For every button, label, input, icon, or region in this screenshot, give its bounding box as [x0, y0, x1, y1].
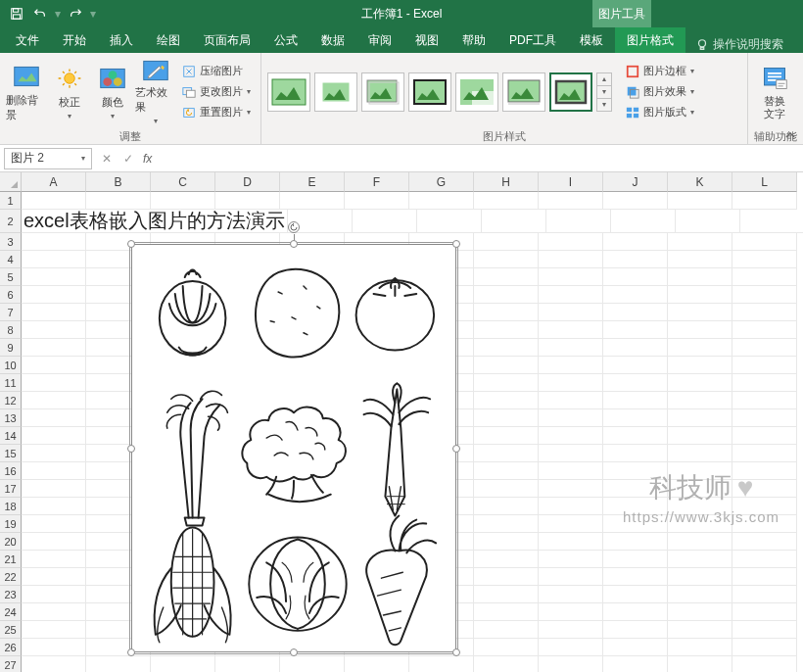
compress-picture-button[interactable]: 压缩图片 [178, 62, 255, 81]
cell[interactable] [22, 321, 86, 339]
cell[interactable] [539, 409, 603, 427]
cell[interactable] [539, 321, 603, 339]
cell[interactable] [603, 603, 668, 621]
cell[interactable] [539, 603, 603, 621]
cell[interactable] [22, 586, 86, 603]
cell[interactable] [668, 603, 732, 621]
cell[interactable] [732, 586, 797, 603]
cancel-formula-icon[interactable]: ✕ [96, 148, 118, 169]
cell[interactable] [668, 251, 732, 268]
cell[interactable] [732, 551, 797, 568]
cell[interactable] [482, 210, 546, 233]
cell[interactable] [22, 286, 86, 304]
row-header[interactable]: 2 [0, 210, 22, 233]
cell[interactable] [603, 304, 668, 321]
cell[interactable] [668, 498, 732, 515]
tab-review[interactable]: 审阅 [356, 27, 403, 53]
cell[interactable] [474, 656, 539, 672]
cell[interactable] [668, 357, 732, 374]
cell[interactable] [603, 427, 668, 445]
cell[interactable] [539, 286, 603, 304]
cell[interactable] [603, 639, 668, 656]
cell[interactable] [668, 409, 732, 427]
cell[interactable] [22, 233, 86, 251]
row-header[interactable]: 6 [0, 286, 22, 304]
row-header[interactable]: 23 [0, 586, 22, 603]
cell[interactable] [539, 268, 603, 286]
cell[interactable] [474, 251, 539, 268]
cell[interactable] [22, 498, 86, 515]
cell[interactable] [474, 515, 539, 533]
column-header[interactable]: F [345, 172, 409, 192]
cell[interactable] [22, 480, 86, 498]
row-header[interactable]: 12 [0, 392, 22, 409]
cell[interactable] [603, 286, 668, 304]
column-header[interactable]: J [603, 172, 668, 192]
collapse-ribbon-icon[interactable] [781, 128, 799, 142]
tab-page-layout[interactable]: 页面布局 [192, 27, 262, 53]
cell[interactable] [603, 445, 668, 462]
tab-view[interactable]: 视图 [403, 27, 450, 53]
cell[interactable] [668, 639, 732, 656]
cell[interactable] [603, 392, 668, 409]
cell[interactable] [474, 551, 539, 568]
cell[interactable] [603, 656, 668, 672]
cell[interactable] [474, 603, 539, 621]
column-header[interactable]: I [539, 172, 603, 192]
row-header[interactable]: 18 [0, 498, 22, 515]
cell[interactable] [740, 210, 803, 233]
cell[interactable] [474, 304, 539, 321]
cell[interactable] [474, 409, 539, 427]
column-header[interactable]: G [409, 172, 474, 192]
resize-handle-br[interactable] [452, 648, 460, 656]
row-header[interactable]: 20 [0, 533, 22, 551]
cell[interactable] [603, 533, 668, 551]
style-thumb-5[interactable] [455, 72, 498, 112]
cell[interactable] [474, 498, 539, 515]
cell[interactable] [539, 515, 603, 533]
cell[interactable] [732, 304, 797, 321]
cell[interactable] [732, 233, 797, 251]
gallery-more-button[interactable]: ▴▾▾ [596, 72, 612, 112]
resize-handle-tl[interactable] [127, 240, 135, 248]
cell[interactable] [22, 462, 86, 480]
artistic-effects-button[interactable]: 艺术效果▾ [135, 60, 176, 124]
cell[interactable] [668, 480, 732, 498]
tab-data[interactable]: 数据 [309, 27, 356, 53]
cell[interactable] [539, 233, 603, 251]
cell[interactable] [280, 656, 345, 672]
cell[interactable] [603, 192, 668, 210]
cell[interactable] [474, 192, 539, 210]
cell[interactable] [603, 462, 668, 480]
cell[interactable] [539, 568, 603, 586]
cell[interactable] [539, 304, 603, 321]
cell[interactable] [22, 392, 86, 409]
tab-draw[interactable]: 绘图 [145, 27, 192, 53]
column-header[interactable]: C [151, 172, 215, 192]
cell[interactable] [668, 621, 732, 639]
cell[interactable] [603, 233, 668, 251]
cell[interactable] [603, 339, 668, 357]
alt-text-button[interactable]: 替换 文字 [754, 60, 795, 124]
cell[interactable] [474, 445, 539, 462]
cell[interactable] [732, 639, 797, 656]
cell[interactable] [539, 462, 603, 480]
cell[interactable] [417, 210, 482, 233]
row-header[interactable]: 3 [0, 233, 22, 251]
row-header[interactable]: 16 [0, 462, 22, 480]
cell[interactable] [732, 533, 797, 551]
cell[interactable] [345, 656, 409, 672]
resize-handle-ml[interactable] [127, 445, 135, 453]
cell[interactable] [474, 321, 539, 339]
cell[interactable] [22, 603, 86, 621]
cell[interactable] [546, 210, 611, 233]
cell[interactable] [668, 286, 732, 304]
cell[interactable] [603, 357, 668, 374]
cell[interactable] [22, 339, 86, 357]
cell[interactable] [539, 551, 603, 568]
cell[interactable] [668, 515, 732, 533]
cell[interactable] [353, 210, 417, 233]
row-header[interactable]: 5 [0, 268, 22, 286]
corrections-button[interactable]: 校正▾ [49, 60, 90, 124]
row-header[interactable]: 14 [0, 427, 22, 445]
